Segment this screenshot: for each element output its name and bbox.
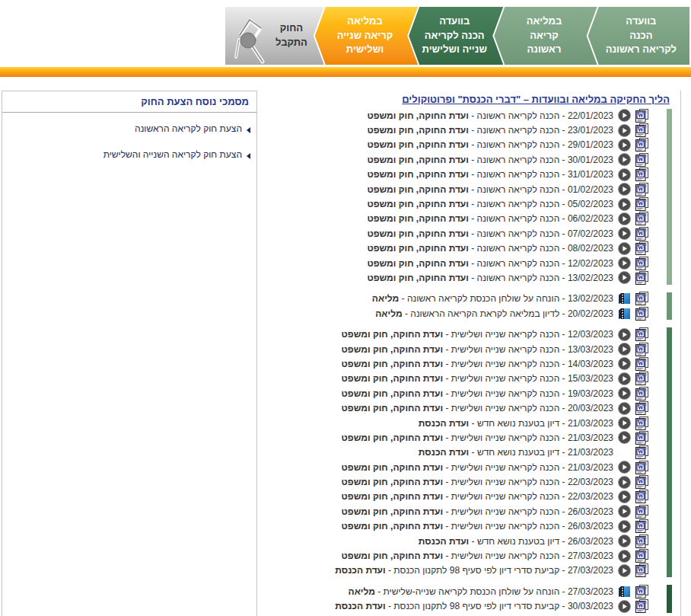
svg-text:W: W xyxy=(638,567,644,573)
word-document-icon[interactable]: W xyxy=(635,292,648,305)
svg-text:W: W xyxy=(638,171,644,177)
play-icon[interactable] xyxy=(618,505,631,519)
play-icon[interactable] xyxy=(618,168,631,181)
video-icon[interactable] xyxy=(618,292,631,305)
row-committee: ועדת החוקה, חוק ומשפט xyxy=(367,169,469,180)
play-icon[interactable] xyxy=(618,138,631,152)
bill-second-third-reading-label: הצעת חוק לקריאה השנייה והשלישית xyxy=(103,149,242,160)
word-document-icon[interactable]: W xyxy=(635,212,648,225)
video-icon[interactable] xyxy=(618,585,631,598)
word-document-icon[interactable]: W xyxy=(635,417,648,430)
play-icon[interactable] xyxy=(618,535,631,548)
word-document-icon[interactable]: W xyxy=(635,183,648,196)
row-date: 06/02/2023 xyxy=(568,213,613,224)
word-document-icon[interactable]: W xyxy=(635,490,648,503)
row-committee: ועדת הכנסת xyxy=(419,418,469,429)
play-icon[interactable] xyxy=(618,563,631,577)
word-document-icon[interactable]: W xyxy=(635,109,648,123)
play-icon[interactable] xyxy=(618,327,631,341)
bill-documents-header: מסמכי נוסח הצעת החוק xyxy=(2,91,256,113)
play-icon[interactable] xyxy=(618,401,631,415)
play-icon[interactable] xyxy=(618,212,631,225)
play-icon[interactable] xyxy=(618,431,631,445)
row-description: - הכנה לקריאה שנייה ושלישית - xyxy=(443,477,568,487)
word-document-icon[interactable]: W xyxy=(635,257,648,270)
play-icon[interactable] xyxy=(618,123,631,137)
timeline-row: W 21/03/2023 - דיון בטענת נושא חדש - ועד… xyxy=(257,416,648,430)
word-document-icon[interactable]: W xyxy=(635,153,648,167)
timeline-row: W 29/01/2023 - הכנה לקריאה ראשונה - ועדת… xyxy=(257,138,648,152)
word-document-icon[interactable]: W xyxy=(635,138,648,152)
play-icon[interactable] xyxy=(618,475,631,489)
row-text: 13/02/2023 - הכנה לקריאה ראשונה - ועדת ה… xyxy=(367,273,613,283)
word-document-icon[interactable]: W xyxy=(635,505,648,519)
play-icon[interactable] xyxy=(618,183,631,196)
play-icon[interactable] xyxy=(618,549,631,563)
word-document-icon[interactable]: W xyxy=(635,197,648,211)
play-icon[interactable] xyxy=(618,372,631,385)
play-icon[interactable] xyxy=(618,257,631,270)
word-document-icon[interactable]: W xyxy=(635,241,648,255)
word-document-icon[interactable]: W xyxy=(635,519,648,533)
bill-second-third-reading-link[interactable]: הצעת חוק לקריאה השנייה והשלישית xyxy=(2,149,250,160)
word-document-icon[interactable]: W xyxy=(635,343,648,356)
row-description: - הכנה לקריאה שנייה ושלישית - xyxy=(443,551,568,561)
svg-text:W: W xyxy=(638,360,644,367)
row-text: 06/02/2023 - הכנה לקריאה ראשונה - ועדת ה… xyxy=(367,213,613,224)
word-document-icon[interactable]: W xyxy=(635,431,648,445)
video-icon[interactable] xyxy=(618,307,631,321)
word-document-icon[interactable]: W xyxy=(635,357,648,371)
row-date: 20/03/2023 xyxy=(568,403,613,413)
word-document-icon[interactable]: W xyxy=(635,387,648,401)
word-document-icon[interactable]: W xyxy=(635,535,648,548)
word-document-icon[interactable]: W xyxy=(635,585,648,598)
bill-first-reading-link[interactable]: הצעת חוק לקריאה הראשונה xyxy=(2,123,250,134)
play-icon[interactable] xyxy=(618,197,631,211)
row-date: 22/03/2023 xyxy=(568,477,613,487)
play-icon[interactable] xyxy=(618,599,631,613)
row-committee: ועדת החוקה, חוק ומשפט xyxy=(342,403,444,413)
row-description: - הכנה לקריאה שנייה ושלישית - xyxy=(443,388,568,399)
play-icon[interactable] xyxy=(618,357,631,371)
stage-plenum-second-third-reading: במליאה קריאה שנייה ושלישית xyxy=(315,7,418,65)
timeline-group-committee-first-reading: W 22/01/2023 - הכנה לקריאה ראשונה - ועדת… xyxy=(257,108,680,286)
row-committee: ועדת החוקה, חוק ומשפט xyxy=(367,155,469,165)
row-description: - הכנה לקריאה ראשונה - xyxy=(469,243,568,254)
row-date: 22/01/2023 xyxy=(568,110,613,121)
play-icon[interactable] xyxy=(618,461,631,474)
play-icon[interactable] xyxy=(618,343,631,356)
play-icon[interactable] xyxy=(618,490,631,503)
word-document-icon[interactable]: W xyxy=(635,445,648,459)
play-icon[interactable] xyxy=(618,387,631,401)
word-document-icon[interactable]: W xyxy=(635,475,648,489)
timeline-row: W 21/03/2023 - הכנה לקריאה שנייה ושלישית… xyxy=(257,430,648,445)
svg-text:W: W xyxy=(638,274,644,281)
row-committee: ועדת החוקה, חוק ומשפט xyxy=(342,506,444,517)
play-icon[interactable] xyxy=(618,241,631,255)
svg-text:W: W xyxy=(638,156,644,163)
row-date: 12/02/2023 xyxy=(568,258,613,269)
play-icon[interactable] xyxy=(618,227,631,241)
word-document-icon[interactable]: W xyxy=(635,227,648,241)
word-document-icon[interactable]: W xyxy=(635,599,648,613)
play-icon[interactable] xyxy=(618,271,631,285)
word-document-icon[interactable]: W xyxy=(635,168,648,181)
play-icon[interactable] xyxy=(618,519,631,533)
play-icon[interactable] xyxy=(618,109,631,123)
play-icon[interactable] xyxy=(618,153,631,167)
word-document-icon[interactable]: W xyxy=(635,271,648,285)
word-document-icon[interactable]: W xyxy=(635,123,648,137)
word-document-icon[interactable]: W xyxy=(635,327,648,341)
play-icon[interactable] xyxy=(618,417,631,430)
word-document-icon[interactable]: W xyxy=(635,307,648,321)
row-committee: ועדת החוקה, חוק ומשפט xyxy=(367,258,469,269)
row-date: 29/01/2023 xyxy=(568,139,613,150)
row-committee: ועדת החוקה, חוק ומשפט xyxy=(367,110,469,121)
word-document-icon[interactable]: W xyxy=(635,549,648,563)
word-document-icon[interactable]: W xyxy=(635,563,648,577)
row-description: - הכנה לקריאה ראשונה - xyxy=(469,258,568,269)
stage-committee-second-third-reading: בוועדה הכנה לקריאה שנייה ושלישית xyxy=(409,7,503,65)
word-document-icon[interactable]: W xyxy=(635,401,648,415)
word-document-icon[interactable]: W xyxy=(635,372,648,385)
word-document-icon[interactable]: W xyxy=(635,461,648,474)
